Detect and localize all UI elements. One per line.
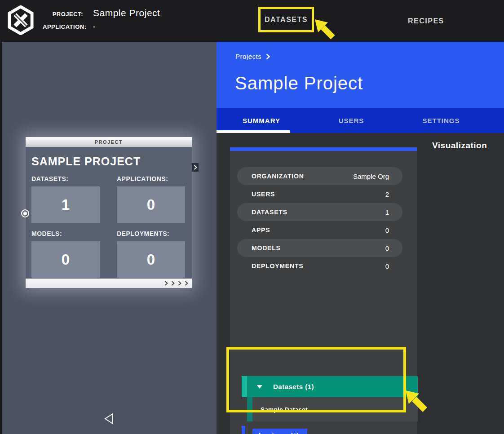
apps-header-label: Apps (0) (270, 432, 299, 434)
summary-content: Visualization ORGANIZATION Sample Org US… (217, 133, 504, 434)
dataset-list-item-sample[interactable]: Sample Dataset (247, 397, 418, 421)
project-value: Sample Project (93, 8, 160, 18)
annotation-arrow-dataset-list-icon (404, 389, 428, 412)
card-stat-value-datasets: 1 (31, 186, 100, 223)
card-stat-value-applications: 0 (117, 186, 185, 223)
page-title: Sample Project (235, 73, 363, 93)
project-card-header: PROJECT (26, 137, 192, 147)
project-card[interactable]: PROJECT SAMPLE PROJECT DATASETS: APPLICA… (26, 137, 192, 288)
breadcrumb-projects-link[interactable]: Projects (235, 53, 261, 60)
datasets-header-label: Datasets (1) (273, 383, 314, 390)
card-stat-label-datasets: DATASETS: (31, 175, 100, 182)
collapse-panel-button[interactable] (104, 413, 114, 425)
project-context: PROJECT: Sample Project APPLICATION: - (43, 8, 160, 34)
project-card-title: SAMPLE PROJECT (31, 155, 186, 168)
card-stat-value-models: 0 (31, 241, 100, 278)
summary-row-users: USERS 2 (237, 185, 402, 203)
tab-users[interactable]: USERS (306, 108, 396, 133)
summary-row-deployments: DEPLOYMENTS 0 (237, 257, 402, 275)
project-explorer-panel: PROJECT SAMPLE PROJECT DATASETS: APPLICA… (0, 42, 217, 434)
summary-row-models: MODELS 0 (237, 239, 402, 257)
left-edge-strip (0, 42, 2, 434)
dataset-item-strip (247, 397, 252, 421)
accordion-datasets-header[interactable]: Datasets (1) (242, 376, 418, 397)
visualization-heading: Visualization (432, 141, 487, 151)
tab-summary[interactable]: SUMMARY (217, 108, 306, 133)
annotation-arrow-datasets-icon (314, 18, 336, 40)
summary-row-apps: APPS 0 (237, 221, 402, 239)
project-tab-bar: SUMMARY USERS SETTINGS (217, 108, 504, 133)
chevron-right-icon (266, 53, 270, 60)
tab-settings[interactable]: SETTINGS (396, 108, 486, 133)
nav-item-recipes[interactable]: RECIPES (408, 17, 444, 25)
datasets-section-strip (242, 376, 247, 397)
chevron-right-icon (178, 281, 181, 286)
chevron-right-icon (185, 281, 188, 286)
project-summary-panel: ORGANIZATION Sample Org USERS 2 DATASETS… (230, 147, 417, 434)
card-stat-label-applications: APPLICATIONS: (117, 175, 185, 182)
chevron-right-icon (194, 165, 197, 170)
accordion-apps-header[interactable]: Apps (0) (252, 429, 307, 434)
nav-item-datasets[interactable]: DATASETS (265, 16, 308, 24)
triangle-down-icon (257, 385, 262, 389)
top-app-bar: PROJECT: Sample Project APPLICATION: - D… (0, 0, 504, 42)
summary-row-datasets: DATASETS 1 (237, 203, 402, 221)
project-header: Projects Sample Project (217, 42, 504, 108)
summary-stats-list: ORGANIZATION Sample Org USERS 2 DATASETS… (230, 167, 417, 275)
apps-section-strip (242, 426, 245, 434)
project-radio-selected[interactable] (21, 209, 29, 217)
project-label: PROJECT: (43, 11, 83, 18)
card-stat-value-deployments: 0 (117, 241, 185, 278)
card-expander-button[interactable] (192, 163, 199, 172)
panel-accent-strip (230, 147, 417, 151)
project-card-body: SAMPLE PROJECT DATASETS: APPLICATIONS: 1… (26, 147, 192, 279)
card-stat-label-models: MODELS: (31, 230, 100, 237)
hexagon-x-logo-icon (8, 5, 34, 35)
dataset-item-label: Sample Dataset (261, 406, 308, 413)
chevron-right-icon (171, 281, 175, 286)
card-stat-label-deployments: DEPLOYMENTS: (117, 230, 185, 237)
application-value: - (93, 22, 96, 30)
annotation-highlight-box-datasets: DATASETS (258, 7, 314, 32)
breadcrumb[interactable]: Projects (235, 53, 270, 60)
summary-row-organization: ORGANIZATION Sample Org (237, 167, 402, 185)
application-label: APPLICATION: (43, 23, 83, 30)
chevron-right-icon (164, 281, 168, 286)
